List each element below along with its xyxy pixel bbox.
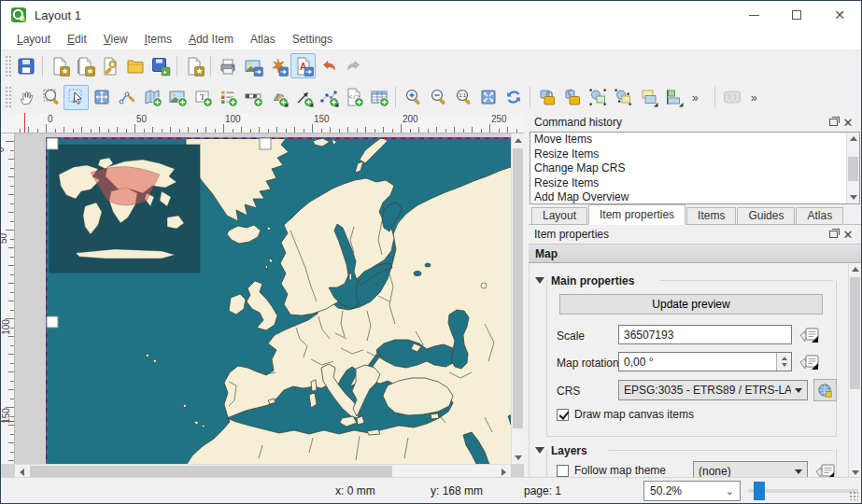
maximize-button[interactable] [775,1,818,29]
tab-guides[interactable]: Guides [737,207,795,224]
handle-left-middle[interactable] [47,316,58,328]
load-template-button[interactable] [122,53,148,78]
zoom-slider-handle[interactable] [754,482,765,500]
crs-combobox[interactable]: EPSG:3035 - ETRS89 / ETRS-LAEA [618,380,808,400]
export-svg-button[interactable] [265,53,290,78]
add-shape-button[interactable] [265,85,290,110]
save-project-button[interactable] [13,53,38,78]
map-rotation-spinbox[interactable]: 0,00 ° [618,352,792,371]
scale-input[interactable]: 36507193 [618,325,792,344]
tab-atlas[interactable]: Atlas [796,207,843,224]
menu-edit[interactable]: Edit [59,31,95,48]
properties-scrollbar[interactable] [848,263,861,479]
add-map-button[interactable] [139,85,164,110]
toolbar-drag-handle[interactable] [5,86,11,108]
draw-map-canvas-items-checkbox[interactable]: Draw map canvas items [557,408,694,421]
zoom-out-icon [428,87,448,107]
float-panel-icon[interactable] [826,227,841,242]
history-entry[interactable]: Change Map CRS [530,161,859,176]
update-preview-button[interactable]: Update preview [559,294,823,315]
menu-view[interactable]: View [95,31,136,48]
history-entry[interactable]: Resize Items [530,147,859,162]
close-panel-icon[interactable]: ✕ [841,227,855,242]
add-attribute-table-button[interactable] [366,85,391,110]
history-scrollbar[interactable] [846,133,859,203]
unlock-items-button[interactable] [559,85,585,110]
history-entry[interactable]: Move Items [530,133,859,147]
add-label-button[interactable]: T [190,85,215,110]
handle-top-left[interactable] [47,138,58,149]
menu-items[interactable]: Items [136,31,180,48]
qgis-layout-window: Layout 1 ✕ LayoutEditViewItemsAdd ItemAt… [0,0,862,504]
save-template-button[interactable] [148,53,173,78]
redo-button[interactable] [341,53,366,78]
add-legend-button[interactable] [215,85,240,110]
data-defined-override-icon [798,326,823,344]
select-crs-button[interactable] [813,379,837,401]
pan-layout-button[interactable] [13,85,38,110]
zoom-slider[interactable] [748,489,858,493]
rotation-data-defined-button[interactable] [798,353,823,371]
history-entry[interactable]: Resize Items [530,176,859,191]
history-entry[interactable]: Add Map Overview [530,190,859,204]
toolbar-overflow-button[interactable]: » [685,85,711,110]
raise-items-button[interactable] [635,85,660,110]
tab-item-properties[interactable]: Item properties [588,204,685,225]
align-items-button[interactable] [660,85,685,110]
ungroup-items-button[interactable] [610,85,635,110]
menu-add-item[interactable]: Add Item [180,31,242,48]
close-button[interactable]: ✕ [818,1,861,29]
tab-layout[interactable]: Layout [531,207,587,224]
add-node-item-button[interactable] [316,85,341,110]
handle-top-center[interactable] [260,138,271,149]
map-item[interactable] [46,137,511,464]
menu-layout[interactable]: Layout [8,31,59,48]
export-image-button[interactable] [240,53,265,78]
float-panel-icon[interactable] [826,115,841,130]
zoom-in-button[interactable] [400,85,425,110]
add-pages-button[interactable] [181,53,206,78]
new-layout-button[interactable] [47,53,72,78]
undo-button[interactable] [316,53,341,78]
layout-manager-button[interactable] [97,53,122,78]
collapse-arrow-icon [535,277,544,288]
group-items-button[interactable] [585,85,610,110]
lock-items-button[interactable] [534,85,559,110]
scale-data-defined-button[interactable] [798,326,823,344]
minimize-button[interactable] [732,1,775,29]
zoom-full-button[interactable] [475,85,501,110]
resize-grip[interactable] [849,491,858,500]
canvas-vertical-scrollbar[interactable] [511,133,524,464]
item-properties-body: Main properties Update preview Scale 365… [529,263,861,479]
add-scalebar-button[interactable] [240,85,265,110]
add-picture-button[interactable] [164,85,190,110]
select-icon [66,87,87,107]
folder-icon [125,56,146,77]
layout-viewport[interactable] [15,133,511,464]
menu-settings[interactable]: Settings [284,31,341,48]
print-button[interactable] [215,53,240,78]
zoom-level-combobox[interactable]: 50.2% ⌄ [643,481,741,501]
add-picture-icon [167,87,188,107]
overview-map-item[interactable] [49,145,200,273]
page-readout: page: 1 [524,484,561,497]
map-page[interactable] [46,137,511,464]
zoom-tool-button[interactable] [38,85,64,110]
follow-map-theme-checkbox[interactable]: Follow map theme [557,464,666,477]
export-pdf-button[interactable]: A [290,53,316,78]
menu-atlas[interactable]: Atlas [242,31,284,48]
edit-nodes-item-button[interactable] [114,85,139,110]
toolbar-drag-handle[interactable] [5,55,11,77]
undo-icon [318,56,339,77]
close-panel-icon[interactable]: ✕ [841,115,855,130]
zoom-actual-button[interactable]: 1:1 [450,85,475,110]
zoom-out-button[interactable] [425,85,450,110]
move-item-content-button[interactable] [89,85,114,110]
duplicate-layout-button[interactable] [72,53,97,78]
atlas-overflow-button[interactable]: » [744,85,770,110]
add-html-button[interactable]: </> [341,85,366,110]
tab-items[interactable]: Items [686,207,736,224]
select-move-item-button[interactable] [64,85,89,110]
add-arrow-button[interactable] [290,85,316,110]
refresh-view-button[interactable] [501,85,526,110]
